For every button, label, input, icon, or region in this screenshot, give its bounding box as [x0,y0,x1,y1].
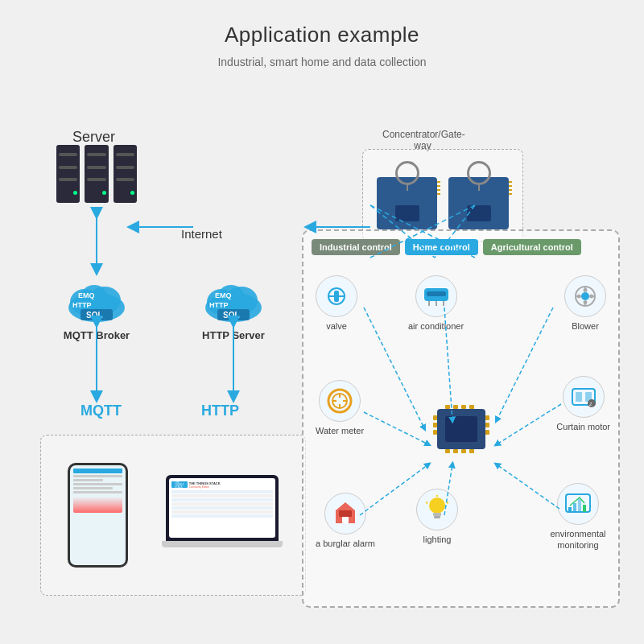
module-board-1 [377,177,437,229]
page-subtitle: Industrial, smart home and data collecti… [0,56,644,68]
laptop-content: THETHINGSSTACK THE THINGS STACK Communit… [169,478,275,538]
ac-label: air conditioner [408,320,464,332]
svg-text:HTTP: HTTP [209,301,229,309]
svg-rect-40 [433,513,441,516]
chip-pins-right [485,415,489,435]
svg-text:Z: Z [589,402,592,407]
svg-rect-46 [568,507,572,512]
laptop-screen: THETHINGSSTACK THE THINGS STACK Communit… [166,475,279,541]
internet-label: Internet [181,227,222,241]
curtain-motor-icon: Z [563,376,605,418]
module-pins-2 [509,181,512,195]
curtain-motor-label: Curtain motor [556,421,610,432]
http-server-label: HTTP Server [202,329,265,341]
iot-item-ac: air conditioner [408,275,464,332]
ac-icon [415,275,457,317]
water-meter-label: Water meter [316,425,364,436]
svg-rect-41 [434,516,440,518]
mqtt-label: MQTT [80,402,122,419]
blower-icon [564,275,606,317]
svg-point-25 [581,292,589,300]
concentrator-label: Concentrator/Gate-way [382,129,463,151]
module-chip-1 [395,205,419,221]
iot-item-env-monitoring: environmental monitoring [546,483,610,551]
water-meter-icon [319,380,361,422]
phone-mockup [68,463,128,568]
tab-home: Home control [405,239,478,255]
module-1 [377,177,437,229]
laptop-subtitle: Community Edition [189,485,221,489]
iot-item-blower: Blower [564,275,606,332]
svg-text:EMQ: EMQ [215,291,232,299]
page-title: Application example [0,0,644,47]
lighting-label: lighting [423,534,452,545]
laptop-logo: THETHINGSSTACK [171,481,188,488]
laptop-base [162,541,283,547]
mqtt-cloud-icon: EMQ HTTP SQL [60,274,133,326]
iot-item-valve: valve [316,275,357,332]
env-monitoring-icon [557,483,599,525]
valve-label: valve [326,320,347,332]
iot-item-curtain-motor: Z Curtain motor [556,376,610,432]
svg-line-43 [447,502,448,503]
svg-rect-49 [583,505,586,512]
valve-icon [316,275,357,317]
tab-industrial: Industrial control [312,239,400,255]
chip-pins-top [445,405,474,409]
server-unit-2 [85,145,108,203]
svg-line-53 [364,412,428,444]
lighting-icon [416,489,458,530]
module-board-2 [448,177,509,229]
http-cloud-icon: EMQ HTTP SQL [197,274,270,326]
concentrator-box [362,149,523,242]
mqtt-broker-section: EMQ HTTP SQL MQTT Broker [60,274,133,341]
svg-point-39 [429,497,445,514]
center-chip [437,409,485,449]
svg-rect-33 [576,392,582,402]
iot-content-area: valve air conditioner [303,259,618,598]
module-2 [448,177,509,229]
svg-line-44 [426,502,427,503]
module-chip-2 [467,205,491,221]
http-label: HTTP [201,402,239,419]
server-unit-1 [56,145,80,203]
svg-text:SQL: SQL [86,311,103,320]
server-label: Server [72,129,115,146]
chip-pins-bottom [445,449,474,453]
laptop-title: THE THINGS STACK [189,481,221,485]
burglar-alarm-label: a burglar alarm [316,538,375,549]
module-antenna-1 [395,161,419,185]
svg-rect-20 [427,291,446,296]
svg-text:HTTP: HTTP [72,301,92,309]
page: Application example Industrial, smart ho… [0,0,644,644]
chip-pins-left [433,415,437,435]
svg-rect-48 [578,499,581,512]
chip-inner [445,416,477,442]
svg-text:SQL: SQL [223,311,240,320]
module-pins-1 [437,181,440,195]
svg-rect-47 [573,503,576,512]
env-monitoring-label: environmental monitoring [546,528,610,551]
tab-agricultural: Agricultural control [483,239,581,255]
server-unit-3 [114,145,137,203]
phone-screen [70,465,126,565]
burglar-alarm-icon [324,493,366,535]
module-antenna-2 [467,161,491,185]
iot-item-water-meter: Water meter [316,380,364,436]
svg-line-54 [497,404,561,444]
blower-label: Blower [572,320,599,332]
http-server-section: EMQ HTTP SQL HTTP Server [197,274,270,341]
iot-item-burglar-alarm: a burglar alarm [316,493,375,549]
mqtt-broker-label: MQTT Broker [64,329,130,341]
category-tabs: Industrial control Home control Agricult… [303,231,618,259]
server-icon [56,145,137,209]
diagram: Server [24,80,620,612]
iot-item-lighting: lighting [416,489,458,545]
devices-section: THETHINGSSTACK THE THINGS STACK Communit… [40,435,306,596]
iot-panel: Industrial control Home control Agricult… [302,229,620,608]
svg-text:EMQ: EMQ [78,291,95,299]
svg-rect-38 [339,510,352,517]
laptop-mockup: THETHINGSSTACK THE THINGS STACK Communit… [166,475,279,555]
svg-line-52 [497,308,553,420]
